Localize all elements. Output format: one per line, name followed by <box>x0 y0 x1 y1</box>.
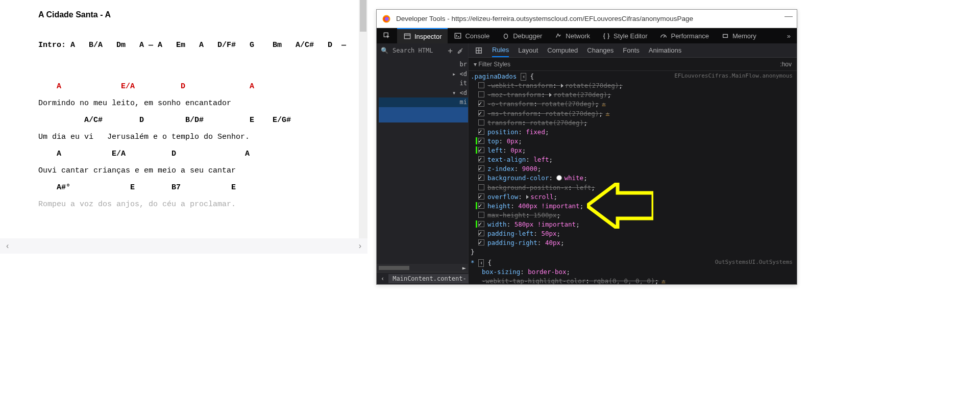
add-element-button[interactable]: + <box>448 46 453 56</box>
css-declaration[interactable]: padding-left: 50px; <box>471 229 797 238</box>
dom-line[interactable]: ▾ <d <box>379 88 468 98</box>
css-prop-toggle[interactable] <box>478 221 484 227</box>
css-prop-toggle[interactable] <box>478 203 484 209</box>
rules-tab-animations[interactable]: Animations <box>649 43 681 57</box>
page-title: A Cidade Santa - A <box>38 10 329 19</box>
dom-line[interactable]: br <box>379 60 468 69</box>
css-prop-toggle[interactable] <box>478 239 484 245</box>
css-prop-toggle[interactable] <box>478 91 484 97</box>
dom-pane: 🔍 Search HTML + br ▸ <d it ▾ <d mi ◄ ► <box>377 43 469 284</box>
tab-performance[interactable]: Performance <box>653 28 715 43</box>
pick-element-button[interactable] <box>377 28 397 43</box>
scrollbar-thumb[interactable] <box>379 266 409 270</box>
css-declaration[interactable]: background-position-x: left; <box>471 183 797 192</box>
css-declaration[interactable]: padding-right: 40px; <box>471 238 797 248</box>
tab-overflow[interactable]: » <box>781 28 797 43</box>
rules-tab-changes[interactable]: Changes <box>587 43 614 57</box>
css-declaration[interactable]: -webkit-transform: rotate(270deg); <box>471 81 797 90</box>
expand-icon[interactable] <box>526 195 529 199</box>
css-declaration[interactable]: position: fixed; <box>471 128 797 137</box>
css-prop-toggle[interactable] <box>478 212 484 218</box>
minimize-button[interactable]: — <box>785 12 793 21</box>
css-prop-toggle[interactable] <box>478 119 484 126</box>
css-declaration[interactable]: max-height: 1500px; <box>471 211 797 220</box>
intro-line: Intro: A B/A Dm A — A Em A D/F# G Bm A/C… <box>38 40 329 51</box>
css-prop-toggle[interactable] <box>478 156 484 162</box>
dom-line[interactable]: it <box>379 79 468 88</box>
hov-toggle[interactable]: :hov <box>780 61 792 68</box>
css-prop-toggle[interactable] <box>478 138 484 144</box>
css-declaration[interactable]: background-color: white; <box>471 174 797 183</box>
expand-icon[interactable] <box>561 84 564 88</box>
css-selector[interactable]: .paginaDados <box>471 72 521 80</box>
warning-icon: ⚠ <box>606 110 610 117</box>
css-declaration[interactable]: z-index: 9000; <box>471 164 797 174</box>
css-declaration[interactable]: overflow: scroll; <box>471 192 797 202</box>
flex-icon[interactable]: ⫞ <box>478 259 484 267</box>
flex-icon[interactable]: ⫞ <box>521 73 526 81</box>
devtools-tabs: Inspector Console Debugger Network Style… <box>377 28 797 43</box>
css-declaration[interactable]: -webkit-tap-highlight-color: rgba(0, 0, … <box>471 277 797 284</box>
css-prop-toggle[interactable] <box>478 230 484 236</box>
css-declaration[interactable]: height: 400px !important; <box>471 202 797 211</box>
css-declaration[interactable]: width: 580px !important; <box>471 220 797 229</box>
tab-style-editor[interactable]: Style Editor <box>596 28 653 43</box>
content-scrollbar[interactable] <box>359 0 368 238</box>
css-prop-toggle[interactable] <box>478 110 484 116</box>
next-page-button[interactable]: › <box>359 241 361 251</box>
css-selector[interactable]: * <box>471 259 478 266</box>
css-rules[interactable]: .paginaDados ⫞ {EFLouvoresCifras.MainFlo… <box>469 71 797 284</box>
search-html-input[interactable]: Search HTML <box>393 47 444 54</box>
chord-line: A E/A D A <box>38 150 250 158</box>
css-declaration[interactable]: -moz-transform: rotate(270deg); <box>471 90 797 100</box>
rules-tab-layout[interactable]: Layout <box>518 43 538 57</box>
css-prop-toggle[interactable] <box>478 82 484 88</box>
breadcrumb-item[interactable]: MainContent.content- <box>388 274 471 283</box>
rules-tab-fonts[interactable]: Fonts <box>623 43 640 57</box>
scrollbar-thumb[interactable] <box>360 0 366 32</box>
tab-console[interactable]: Console <box>448 28 496 43</box>
css-declaration[interactable]: box-sizing: border-box; <box>471 267 797 277</box>
css-prop-toggle[interactable] <box>478 193 484 200</box>
dom-tree[interactable]: br ▸ <d it ▾ <d mi <box>377 58 468 264</box>
dom-line[interactable]: mi <box>379 97 468 107</box>
scroll-right-icon[interactable]: ► <box>462 264 466 271</box>
css-prop-toggle[interactable] <box>478 184 484 190</box>
css-declaration[interactable]: text-align: left; <box>471 155 797 164</box>
devtools-titlebar[interactable]: Developer Tools - https://elizeu-ferreir… <box>377 10 797 28</box>
css-prop-toggle[interactable] <box>478 175 484 181</box>
css-prop-toggle[interactable] <box>478 165 484 171</box>
css-declaration[interactable]: top: 0px; <box>471 137 797 146</box>
css-declaration[interactable]: -ms-transform: rotate(270deg);⚠ <box>471 109 797 118</box>
chord-line: A E/A D A <box>38 82 254 91</box>
tab-memory[interactable]: Memory <box>715 28 763 43</box>
eyedropper-icon[interactable] <box>457 46 464 55</box>
css-prop-toggle[interactable] <box>478 101 484 107</box>
css-declaration[interactable]: left: 0px; <box>471 146 797 155</box>
css-declaration[interactable]: -o-transform: rotate(270deg);⚠ <box>471 100 797 109</box>
dom-horizontal-scrollbar[interactable]: ◄ ► <box>377 264 468 272</box>
css-prop-toggle[interactable] <box>478 147 484 153</box>
rules-tab-computed[interactable]: Computed <box>547 43 578 57</box>
dom-line-selected[interactable] <box>379 107 468 122</box>
css-declaration[interactable]: transform: rotate(270deg); <box>471 118 797 128</box>
rules-tab-rules[interactable]: Rules <box>492 43 509 57</box>
svg-rect-3 <box>404 34 410 39</box>
filter-styles-input[interactable]: Filter Styles <box>478 61 510 68</box>
prev-page-button[interactable]: ‹ <box>6 241 9 251</box>
grid-icon[interactable] <box>475 46 483 55</box>
breadcrumb-prev[interactable]: ‹ <box>381 275 384 282</box>
tab-debugger[interactable]: Debugger <box>496 28 548 43</box>
expand-icon[interactable] <box>549 93 552 97</box>
css-source-link[interactable]: OutSystemsUI.OutSystems <box>715 258 793 266</box>
dom-line[interactable]: ▸ <d <box>379 69 468 79</box>
tab-network[interactable]: Network <box>548 28 596 43</box>
css-source-link[interactable]: EFLouvoresCifras.MainFlow.anonymous <box>674 72 793 80</box>
memory-icon <box>721 32 729 40</box>
tab-inspector[interactable]: Inspector <box>397 28 448 43</box>
color-swatch[interactable] <box>556 175 562 181</box>
lyric-line: Ouvi cantar crianças e em meio a seu can… <box>38 165 329 176</box>
css-prop-toggle[interactable] <box>478 129 484 135</box>
intro-chords: A B/A Dm A — A Em A D/F# G Bm A/C# D — F… <box>70 41 368 50</box>
devtools-window: Developer Tools - https://elizeu-ferreir… <box>376 9 797 285</box>
